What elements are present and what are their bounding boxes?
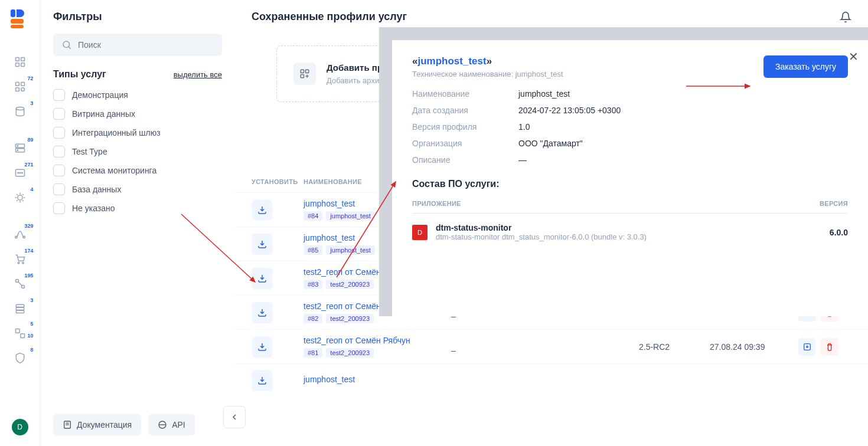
tag-name: test2_200923 <box>326 314 374 323</box>
collapse-button[interactable] <box>223 406 246 428</box>
svg-rect-0 <box>15 58 19 61</box>
svg-rect-28 <box>20 334 24 338</box>
nav-stacks[interactable]: 3 <box>8 299 32 319</box>
nav-double[interactable]: 510 <box>8 323 32 343</box>
checkbox-label: Test Type <box>72 147 107 156</box>
type-checkbox-row[interactable]: Демонстрация <box>53 89 222 101</box>
jobs-icon <box>14 167 26 179</box>
tag-name: jumphost_test <box>326 211 374 221</box>
detail-label: Описание <box>412 155 518 165</box>
tag-id: #85 <box>304 245 322 255</box>
detail-row: Описание— <box>412 155 848 165</box>
profile-name-link[interactable]: test2_геоп от Семён Рябчун <box>304 336 451 345</box>
software-title: Состав ПО услуги: <box>412 179 848 189</box>
select-all-link[interactable]: выделить все <box>174 70 222 79</box>
type-checkbox-row[interactable]: Система мониторинга <box>53 165 222 176</box>
svg-rect-26 <box>16 310 24 313</box>
checkbox[interactable] <box>53 146 65 158</box>
nav-proc[interactable]: 4 <box>8 188 32 208</box>
checkbox[interactable] <box>53 165 65 176</box>
svg-rect-27 <box>15 329 19 333</box>
checkbox[interactable] <box>53 89 65 101</box>
checkbox[interactable] <box>53 108 65 120</box>
flows-icon <box>14 228 26 240</box>
search-input[interactable] <box>78 40 214 50</box>
nav-flows[interactable]: 329 <box>8 224 32 244</box>
row-version: 2.5-RC2 <box>639 342 710 352</box>
svg-point-8 <box>16 107 24 110</box>
filters-title: Фильтры <box>53 11 222 23</box>
row-description: _ <box>451 342 639 352</box>
modal-overlay: ✕ «jumphost_test» Техническое наименован… <box>379 27 868 316</box>
detail-value: — <box>518 155 527 165</box>
svg-point-29 <box>63 41 70 48</box>
detail-row: ОрганизацияООО "Датамарт" <box>412 139 848 148</box>
search-icon <box>61 40 72 50</box>
type-checkbox-row[interactable]: Не указано <box>53 202 222 214</box>
app-details: dtm-status-monitor dtm_status_monitor-6.… <box>436 232 647 241</box>
type-checkbox-row[interactable]: База данных <box>53 183 222 195</box>
software-row: D dtm-status-monitor dtm-status-monitor … <box>412 214 848 241</box>
type-checkbox-row[interactable]: Витрина данных <box>53 108 222 120</box>
doc-icon <box>63 420 72 429</box>
nav-carts[interactable]: 174 <box>8 249 32 269</box>
install-button[interactable] <box>252 268 273 289</box>
type-checkbox-row[interactable]: Интеграционный шлюз <box>53 127 222 139</box>
checkbox[interactable] <box>53 183 65 195</box>
documentation-button[interactable]: Документация <box>53 414 141 435</box>
order-service-button[interactable]: Заказать услугу <box>763 55 848 78</box>
search-wrap[interactable] <box>53 34 222 56</box>
nav-jobs[interactable]: 271 <box>8 163 32 183</box>
tag-id: #84 <box>304 211 322 221</box>
types-title: Типы услуг <box>53 69 106 80</box>
svg-rect-2 <box>15 63 19 67</box>
install-button[interactable] <box>252 234 273 255</box>
checkbox-label: Витрина данных <box>72 109 135 119</box>
stacks-icon <box>14 303 26 314</box>
nav-services[interactable]: 72 <box>8 77 32 97</box>
svg-point-11 <box>17 145 18 146</box>
svg-rect-37 <box>301 75 304 78</box>
table-row: jumphost_test <box>235 363 868 397</box>
svg-point-16 <box>21 172 22 173</box>
checkbox-label: Не указано <box>72 204 115 213</box>
servers-icon <box>14 142 26 154</box>
nav-db[interactable]: 3 <box>8 101 32 122</box>
services-icon <box>14 81 26 93</box>
install-button[interactable] <box>252 302 273 323</box>
app-icon: D <box>412 225 428 240</box>
svg-point-7 <box>21 88 24 91</box>
detail-label: Версия профиля <box>412 122 518 132</box>
checkbox-label: Система мониторинга <box>72 166 156 175</box>
install-button[interactable] <box>252 199 273 221</box>
close-icon[interactable]: ✕ <box>849 50 859 64</box>
tag-id: #81 <box>304 348 322 358</box>
checkbox[interactable] <box>53 202 65 214</box>
double-icon <box>14 327 26 339</box>
checkbox-label: Интеграционный шлюз <box>72 128 161 137</box>
type-checkbox-row[interactable]: Test Type <box>53 146 222 158</box>
svg-rect-5 <box>21 83 24 86</box>
svg-rect-36 <box>306 70 309 73</box>
bell-icon[interactable] <box>840 11 851 23</box>
profile-name-link[interactable]: jumphost_test <box>304 375 451 384</box>
delete-button[interactable] <box>821 338 838 356</box>
nav-shield[interactable]: 8 <box>8 348 32 368</box>
svg-rect-1 <box>21 58 24 61</box>
api-button[interactable]: API <box>148 414 195 435</box>
app-name: dtm-status-monitor <box>436 223 647 232</box>
detail-value: ООО "Датамарт" <box>518 139 583 148</box>
nav-apps[interactable] <box>8 52 32 72</box>
svg-point-20 <box>18 262 19 264</box>
svg-rect-13 <box>15 169 24 176</box>
svg-line-30 <box>68 47 70 48</box>
avatar[interactable]: D <box>12 419 28 435</box>
install-button[interactable] <box>252 370 273 391</box>
download-button[interactable] <box>798 338 816 356</box>
db-icon <box>14 106 26 117</box>
nav-links[interactable]: 195 <box>8 274 32 294</box>
nav-servers[interactable]: 89 <box>8 138 32 158</box>
checkbox[interactable] <box>53 127 65 139</box>
detail-label: Дата создания <box>412 106 518 115</box>
install-button[interactable] <box>252 336 273 358</box>
